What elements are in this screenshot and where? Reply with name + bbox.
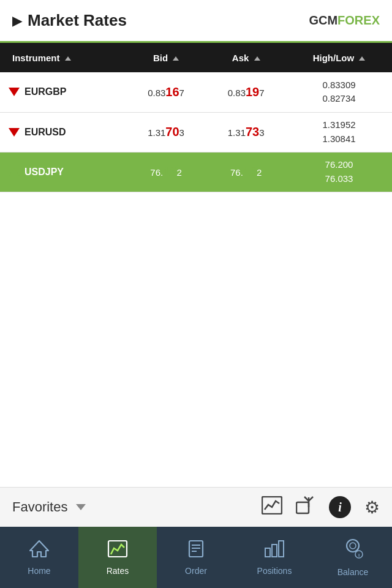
- share-icon-svg: [296, 496, 315, 514]
- col-bid: Bid: [126, 43, 206, 72]
- main-content: Instrument Bid Ask High/Low EURGBP0.8316…: [0, 43, 392, 386]
- highlow-cell: 0.833090.82734: [286, 72, 392, 112]
- col-ask: Ask: [206, 43, 286, 72]
- instrument-cell: EURGBP: [0, 72, 126, 112]
- ask-prefix: 1.31: [228, 127, 246, 138]
- nav-item-rates[interactable]: Rates: [78, 527, 157, 588]
- ask-highlight: 16: [243, 165, 257, 178]
- nav-label-balance: Balance: [337, 567, 369, 577]
- bottom-nav: Home Rates Order: [0, 527, 392, 588]
- toolbar: Favorites i ⚙: [0, 487, 392, 527]
- home-icon: [29, 540, 50, 562]
- forex-text: FOREX: [337, 13, 380, 27]
- nav-label-positions: Positions: [257, 566, 292, 576]
- order-icon: [187, 540, 205, 562]
- ask-prefix: 76.: [230, 167, 243, 178]
- gcm-forex-logo: GCMFOREX: [309, 13, 380, 28]
- high-value: 0.83309: [322, 80, 355, 90]
- bid-prefix: 1.31: [148, 127, 165, 138]
- bid-prefix: 0.83: [148, 88, 165, 98]
- down-arrow-icon: [9, 88, 20, 96]
- svg-point-12: [347, 540, 359, 552]
- low-value: 0.82734: [322, 93, 355, 104]
- instrument-name: EURUSD: [24, 127, 66, 138]
- table-row[interactable]: EURUSD1.317031.317331.319521.30841: [0, 112, 392, 152]
- favorites-dropdown[interactable]: Favorites: [12, 499, 262, 515]
- favorites-dropdown-arrow: [76, 504, 86, 510]
- rates-table: Instrument Bid Ask High/Low EURGBP0.8316…: [0, 43, 392, 192]
- svg-rect-11: [279, 541, 284, 557]
- rates-icon: [107, 540, 128, 562]
- bid-highlight: 70: [165, 125, 179, 138]
- nav-label-order: Order: [185, 566, 207, 576]
- highlow-cell: 1.319521.30841: [286, 112, 392, 152]
- balance-icon: i: [342, 538, 363, 564]
- ask-suffix: 7: [259, 88, 264, 98]
- bid-cell: 1.31703: [126, 112, 206, 152]
- sort-arrow-ask: [254, 56, 260, 61]
- rates-tbody: EURGBP0.831670.831970.833090.82734EURUSD…: [0, 72, 392, 192]
- info-toolbar-icon[interactable]: i: [329, 496, 351, 518]
- bid-prefix: 76.: [150, 167, 163, 178]
- bid-cell: 76.132: [126, 152, 206, 192]
- app-header: ▶ Market Rates GCMFOREX: [0, 0, 392, 43]
- high-value: 1.31952: [322, 119, 355, 130]
- svg-rect-1: [296, 502, 309, 513]
- sort-arrow-highlow: [359, 56, 365, 61]
- nav-item-balance[interactable]: i Balance: [314, 527, 392, 588]
- nav-item-order[interactable]: Order: [157, 527, 235, 588]
- down-arrow-icon: [9, 128, 20, 137]
- low-value: 1.30841: [322, 134, 355, 144]
- bid-cell: 0.83167: [126, 72, 206, 112]
- ask-suffix: 3: [259, 127, 264, 138]
- instrument-cell: USDJPY: [0, 152, 126, 192]
- svg-rect-9: [265, 548, 270, 557]
- instrument-name: EURGBP: [24, 86, 66, 97]
- bid-suffix: 2: [176, 167, 181, 178]
- instrument-name: USDJPY: [24, 167, 64, 178]
- gcm-text: GCM: [309, 13, 337, 27]
- ask-suffix: 2: [257, 167, 262, 178]
- play-icon: ▶: [12, 13, 21, 28]
- svg-text:i: i: [358, 552, 360, 558]
- chart-toolbar-icon[interactable]: [262, 496, 282, 519]
- bid-suffix: 3: [179, 127, 184, 138]
- header-title: ▶ Market Rates: [12, 11, 127, 30]
- svg-marker-3: [30, 541, 48, 557]
- share-toolbar-icon[interactable]: [296, 496, 315, 519]
- ask-highlight: 19: [246, 85, 259, 99]
- high-value: 76.200: [325, 159, 353, 170]
- sort-arrow-bid: [173, 56, 179, 61]
- svg-rect-10: [272, 545, 277, 557]
- sort-arrow-instrument: [65, 56, 71, 61]
- nav-label-home: Home: [28, 566, 50, 576]
- col-instrument: Instrument: [0, 43, 126, 72]
- nav-item-home[interactable]: Home: [0, 527, 78, 588]
- favorites-text: Favorites: [12, 499, 67, 515]
- ask-cell: 0.83197: [206, 72, 286, 112]
- up-arrow-icon: [9, 168, 20, 176]
- highlow-cell: 76.20076.033: [286, 152, 392, 192]
- ask-cell: 1.31733: [206, 112, 286, 152]
- col-highlow: High/Low: [286, 43, 392, 72]
- table-row[interactable]: EURGBP0.831670.831970.833090.82734: [0, 72, 392, 112]
- header-title-text: Market Rates: [28, 11, 127, 30]
- table-row[interactable]: USDJPY76.13276.16276.20076.033: [0, 152, 392, 192]
- ask-prefix: 0.83: [228, 88, 246, 98]
- bid-highlight: 16: [165, 85, 179, 99]
- table-header-row: Instrument Bid Ask High/Low: [0, 43, 392, 72]
- svg-point-13: [350, 543, 356, 549]
- instrument-cell: EURUSD: [0, 112, 126, 152]
- nav-item-positions[interactable]: Positions: [235, 527, 314, 588]
- bid-highlight: 13: [163, 165, 176, 178]
- ask-cell: 76.162: [206, 152, 286, 192]
- positions-icon: [264, 540, 285, 562]
- settings-toolbar-icon[interactable]: ⚙: [364, 497, 380, 518]
- chart-icon-svg: [262, 496, 282, 514]
- bid-suffix: 7: [179, 88, 184, 98]
- svg-rect-0: [262, 497, 282, 514]
- nav-label-rates: Rates: [107, 566, 129, 576]
- ask-highlight: 73: [246, 125, 259, 138]
- low-value: 76.033: [325, 173, 353, 184]
- toolbar-icons: i ⚙: [262, 496, 380, 519]
